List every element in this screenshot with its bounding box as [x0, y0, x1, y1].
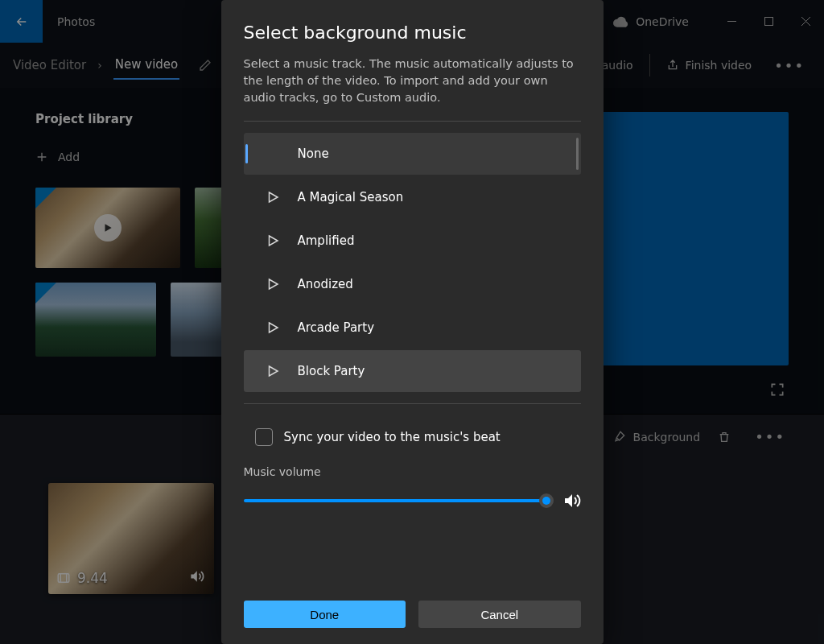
selection-indicator	[245, 231, 248, 250]
slider-thumb-icon	[539, 493, 554, 508]
track-item[interactable]: A Magical Season	[244, 176, 581, 218]
play-icon	[266, 233, 280, 248]
divider	[244, 121, 581, 122]
volume-slider[interactable]	[244, 499, 547, 502]
selection-indicator	[245, 275, 248, 294]
speaker-icon[interactable]	[562, 491, 581, 510]
play-icon	[266, 190, 280, 204]
selection-indicator	[245, 361, 248, 381]
track-name: A Magical Season	[298, 190, 404, 204]
scrollbar[interactable]	[576, 138, 579, 170]
play-icon	[266, 277, 280, 291]
background-music-dialog: Select background music Select a music t…	[221, 0, 604, 644]
track-name: Arcade Party	[298, 320, 375, 335]
dialog-title: Select background music	[244, 23, 581, 43]
track-name: Amplified	[298, 233, 355, 248]
track-item[interactable]: Anodized	[244, 263, 581, 305]
track-item[interactable]: Block Party	[244, 350, 581, 392]
selection-indicator	[245, 188, 248, 207]
selection-indicator	[245, 144, 248, 163]
track-item[interactable]: Arcade Party	[244, 307, 581, 349]
modal-scrim: Select background music Select a music t…	[0, 0, 824, 644]
track-item[interactable]: Amplified	[244, 220, 581, 262]
track-item[interactable]: None	[244, 133, 581, 175]
track-name: Anodized	[298, 277, 353, 291]
volume-label: Music volume	[244, 465, 581, 478]
volume-row	[244, 491, 581, 510]
track-list[interactable]: NoneA Magical SeasonAmplifiedAnodizedArc…	[244, 131, 581, 403]
sync-checkbox[interactable]	[255, 428, 273, 446]
track-name: None	[298, 147, 329, 161]
divider	[244, 403, 581, 404]
track-name: Block Party	[298, 364, 365, 378]
sync-beat-row: Sync your video to the music's beat	[255, 428, 581, 446]
sync-label: Sync your video to the music's beat	[284, 430, 501, 444]
play-icon	[266, 364, 280, 378]
done-button[interactable]: Done	[244, 601, 406, 628]
track-item[interactable]: Blossoming	[244, 394, 581, 403]
cancel-button[interactable]: Cancel	[418, 601, 581, 628]
play-icon	[266, 320, 280, 335]
dialog-description: Select a music track. The music automati…	[244, 56, 581, 106]
selection-indicator	[245, 318, 248, 337]
dialog-buttons: Done Cancel	[244, 601, 581, 628]
